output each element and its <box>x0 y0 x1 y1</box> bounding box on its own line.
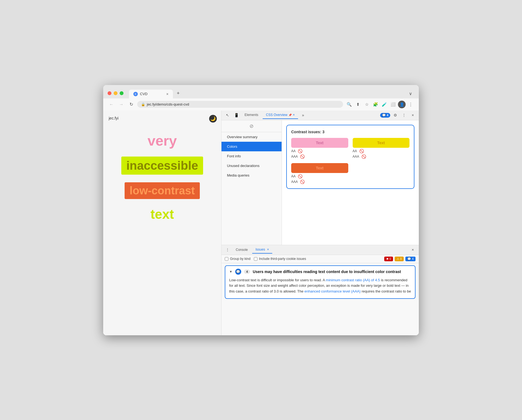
back-button[interactable]: ← <box>108 101 115 108</box>
issue-expand-button[interactable]: ▼ <box>229 270 232 274</box>
aa-label-2: AA <box>353 149 357 153</box>
issue-link-aa[interactable]: minimum contrast ratio (AA) of 4.5 <box>326 278 380 282</box>
css-overview-close[interactable]: × <box>293 113 295 117</box>
contrast-rating-yellow-aaa: AAA 🚫 <box>353 154 410 159</box>
error-badge: ✖ 0 <box>384 257 393 261</box>
url-text: jec.fyi/demo/cds-quest-cvd <box>147 102 189 106</box>
issue-header: ▼ 💬 4 Users may have difficulties readin… <box>225 266 415 277</box>
split-button[interactable]: ⬜ <box>389 101 397 108</box>
issue-body: Low-contrast text is difficult or imposs… <box>225 277 415 298</box>
active-tab[interactable]: C CVD × <box>129 90 173 98</box>
site-label: jec.fyi <box>109 116 119 120</box>
sidebar-top: ⊘ <box>221 120 282 132</box>
aa-label: AA <box>291 149 296 153</box>
bottom-more-icon[interactable]: ⋮ <box>224 246 231 254</box>
info-icon: 💬 <box>407 257 411 261</box>
demo-inaccessible-text: inaccessible <box>126 159 198 172</box>
warn-count: 0 <box>400 257 402 260</box>
devtools-toolbar: ↖ 📱 Elements CSS Overview 📌 × » 💬 4 ⚙ ⋮ … <box>221 110 419 120</box>
tab-menu-button[interactable]: ∨ <box>407 89 414 98</box>
flask-button[interactable]: 🧪 <box>380 101 388 108</box>
more-panels-button[interactable]: » <box>299 111 307 119</box>
browser-window: C CVD × + ∨ ← → ↻ 🔒 jec.fyi/demo/cds-que… <box>103 85 419 335</box>
address-bar[interactable]: 🔒 jec.fyi/demo/cds-quest-cvd <box>137 101 343 108</box>
nav-item-unused-declarations[interactable]: Unused declarations <box>221 161 282 171</box>
third-party-group: Include third-party cookie issues <box>254 257 306 261</box>
devtools-more-button[interactable]: ⋮ <box>400 111 408 119</box>
cursor-tool-button[interactable]: ↖ <box>224 111 231 119</box>
contrast-item-yellow: Text AA 🚫 AAA 🚫 <box>353 138 410 159</box>
tab-elements[interactable]: Elements <box>241 111 262 119</box>
issues-badge[interactable]: 💬 4 <box>380 113 390 118</box>
main-content: jec.fyi 🌙 very inaccessible low-contrast… <box>103 110 419 335</box>
aaa-label-2: AAA <box>353 155 359 158</box>
bottom-close-button[interactable]: × <box>409 246 417 254</box>
tab-close-button[interactable]: × <box>166 92 169 96</box>
devtools-close-button[interactable]: × <box>409 111 417 119</box>
tab-title: CVD <box>140 92 147 96</box>
contrast-btn-yellow[interactable]: Text <box>353 138 410 148</box>
nav-item-overview-summary[interactable]: Overview summary <box>221 132 282 142</box>
css-overview-content: Contrast issues: 3 Text AA 🚫 AAA <box>282 120 419 245</box>
forward-button[interactable]: → <box>117 101 125 108</box>
issue-body-text1: Low-contrast text is difficult or imposs… <box>229 278 326 282</box>
demo-inaccessible-container: inaccessible <box>121 157 203 175</box>
aaa-fail-icon-3: 🚫 <box>300 180 305 184</box>
issues-icon: 💬 <box>382 113 386 117</box>
warn-badge: ⚠ 0 <box>395 257 404 261</box>
info-badge: 💬 4 <box>405 257 416 261</box>
nav-item-colors[interactable]: Colors <box>221 142 282 151</box>
maximize-traffic-light[interactable] <box>120 91 124 95</box>
demo-low-contrast-text: low-contrast <box>130 185 195 197</box>
group-by-kind-group: Group by kind <box>225 257 251 261</box>
info-count: 4 <box>412 257 414 260</box>
minimize-traffic-light[interactable] <box>114 91 117 95</box>
contrast-rating-pink-aa: AA 🚫 <box>291 149 348 153</box>
issues-badges: ✖ 0 ⚠ 0 💬 4 <box>384 257 416 261</box>
aaa-fail-icon-2: 🚫 <box>361 154 366 159</box>
bookmark-button[interactable]: ☆ <box>363 101 371 108</box>
nav-item-font-info[interactable]: Font info <box>221 151 282 161</box>
error-icon: ✖ <box>386 257 389 261</box>
warn-icon: ⚠ <box>397 257 399 261</box>
webpage-area: jec.fyi 🌙 very inaccessible low-contrast… <box>103 110 221 335</box>
demo-text: text <box>150 207 174 222</box>
issues-tab-close[interactable]: × <box>267 248 269 251</box>
search-button[interactable]: 🔍 <box>345 101 353 108</box>
tab-css-overview[interactable]: CSS Overview 📌 × <box>263 111 298 119</box>
devtools-panels: ⊘ Overview summary Colors Font info Unus… <box>221 120 419 245</box>
extensions-button[interactable]: 🧩 <box>372 101 379 108</box>
tab-favicon: C <box>133 92 138 96</box>
issue-body-text3: requires the contrast ratio to be <box>361 289 411 293</box>
nav-actions: 🔍 ⬆ ☆ 🧩 🧪 ⬜ 👤 ⋮ <box>345 101 414 108</box>
settings-button[interactable]: ⚙ <box>391 111 399 119</box>
no-entry-icon: ⊘ <box>249 123 254 129</box>
reload-button[interactable]: ↻ <box>127 101 135 108</box>
aaa-label: AAA <box>291 155 298 158</box>
dark-mode-button[interactable]: 🌙 <box>209 115 217 123</box>
contrast-rating-pink-aaa: AAA 🚫 <box>291 154 348 159</box>
menu-button[interactable]: ⋮ <box>407 101 414 108</box>
contrast-issues-title: Contrast issues: 3 <box>291 130 409 134</box>
third-party-checkbox[interactable] <box>254 257 257 261</box>
profile-avatar[interactable]: 👤 <box>398 101 406 108</box>
share-button[interactable]: ⬆ <box>354 101 362 108</box>
new-tab-button[interactable]: + <box>173 88 183 98</box>
demo-text-container: very inaccessible low-contrast text <box>121 132 203 222</box>
tab-issues[interactable]: Issues × <box>252 246 272 254</box>
issue-link-aaa[interactable]: enhanced conformance level (AAA) <box>304 289 361 293</box>
close-traffic-light[interactable] <box>108 91 111 95</box>
contrast-btn-pink[interactable]: Text <box>291 138 348 148</box>
css-overview-sidebar: ⊘ Overview summary Colors Font info Unus… <box>221 120 282 245</box>
issues-count: 4 <box>387 113 388 117</box>
contrast-btn-orange[interactable]: Text <box>291 163 348 173</box>
aa-fail-icon-2: 🚫 <box>359 149 364 153</box>
nav-item-media-queries[interactable]: Media queries <box>221 171 282 180</box>
device-tool-button[interactable]: 📱 <box>232 111 240 119</box>
group-by-kind-checkbox[interactable] <box>225 257 228 261</box>
contrast-item-pink: Text AA 🚫 AAA 🚫 <box>291 138 348 159</box>
aaa-fail-icon: 🚫 <box>300 154 305 159</box>
aaa-label-3: AAA <box>291 180 298 184</box>
title-bar: C CVD × + ∨ <box>103 85 419 98</box>
tab-console[interactable]: Console <box>232 246 251 253</box>
